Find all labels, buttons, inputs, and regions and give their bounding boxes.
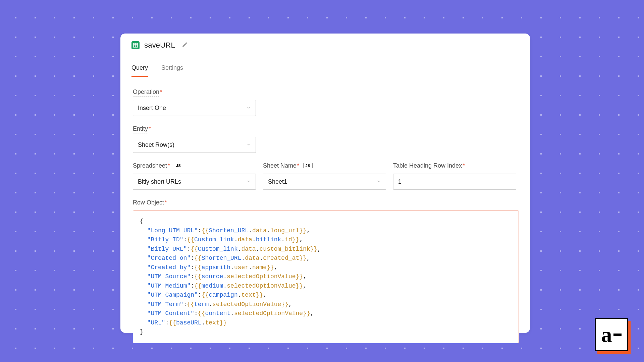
select-spreadsheet[interactable]: Bitly short URLs — [133, 174, 256, 190]
field-operation: Operation* Insert One — [133, 88, 519, 116]
field-heading-index: Table Heading Row Index* — [393, 162, 519, 190]
pencil-icon[interactable] — [182, 42, 188, 49]
input-heading-index[interactable] — [393, 174, 516, 190]
field-entity: Entity* Sheet Row(s) — [133, 125, 519, 153]
label-row-object: Row Object — [133, 199, 164, 207]
appsmith-logo: a — [595, 318, 628, 351]
query-title: saveURL — [144, 41, 175, 50]
required-marker: * — [463, 163, 465, 169]
form-body: Operation* Insert One Entity* Sheet Row(… — [120, 77, 530, 343]
chevron-down-icon — [246, 141, 251, 148]
row-sheet-config: Spreadsheet* JS Bitly short URLs Sheet N… — [133, 162, 519, 190]
required-marker: * — [168, 163, 170, 169]
chevron-down-icon — [246, 105, 251, 112]
select-value: Insert One — [138, 105, 166, 112]
js-badge[interactable]: JS — [174, 163, 183, 168]
label-entity: Entity — [133, 125, 148, 133]
select-value: Bitly short URLs — [138, 178, 181, 185]
select-sheet-name[interactable]: Sheet1 — [263, 174, 386, 190]
select-value: Sheet Row(s) — [138, 141, 174, 148]
chevron-down-icon — [376, 178, 381, 185]
required-marker: * — [165, 200, 167, 205]
field-spreadsheet: Spreadsheet* JS Bitly short URLs — [133, 162, 256, 190]
required-marker: * — [149, 126, 151, 132]
row-object-editor[interactable]: { "Long UTM URL":{{Shorten_URL.data.long… — [133, 210, 519, 343]
google-sheets-icon — [131, 41, 140, 49]
chevron-down-icon — [246, 178, 251, 185]
label-spreadsheet: Spreadsheet — [133, 162, 167, 170]
tabs: Query Settings — [120, 57, 530, 77]
select-entity[interactable]: Sheet Row(s) — [133, 137, 256, 153]
label-heading-index: Table Heading Row Index — [393, 162, 462, 170]
query-panel: saveURL Query Settings Operation* Insert… — [120, 34, 530, 333]
required-marker: * — [297, 163, 299, 169]
js-badge[interactable]: JS — [303, 163, 313, 168]
logo-letter: a — [601, 322, 612, 347]
tab-settings[interactable]: Settings — [161, 58, 183, 77]
select-value: Sheet1 — [268, 178, 287, 185]
required-marker: * — [160, 89, 162, 95]
tab-query[interactable]: Query — [131, 58, 148, 77]
select-operation[interactable]: Insert One — [133, 100, 256, 116]
field-sheet-name: Sheet Name* JS Sheet1 — [263, 162, 386, 190]
panel-header: saveURL — [120, 34, 530, 57]
label-operation: Operation — [133, 88, 159, 97]
field-row-object: Row Object* { "Long UTM URL":{{Shorten_U… — [133, 199, 519, 343]
label-sheet-name: Sheet Name — [263, 162, 297, 170]
